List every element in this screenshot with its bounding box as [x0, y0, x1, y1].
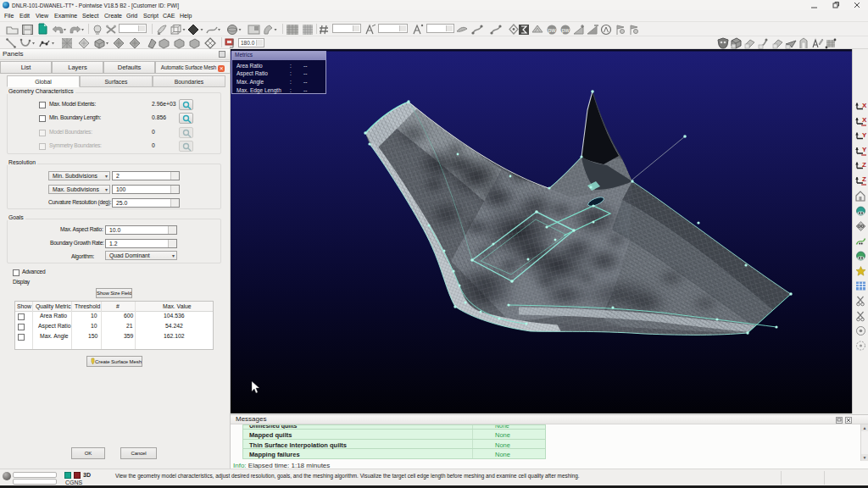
svg-text:pw: pw [548, 27, 557, 34]
svg-text:X: X [862, 102, 867, 109]
svg-text:Z: Z [862, 175, 866, 183]
svg-text:Y: Y [862, 146, 867, 153]
svg-text:pw: pw [562, 27, 570, 34]
svg-text:Y: Y [862, 131, 867, 139]
svg-text:X: X [862, 116, 867, 124]
svg-text:Z: Z [862, 161, 866, 169]
